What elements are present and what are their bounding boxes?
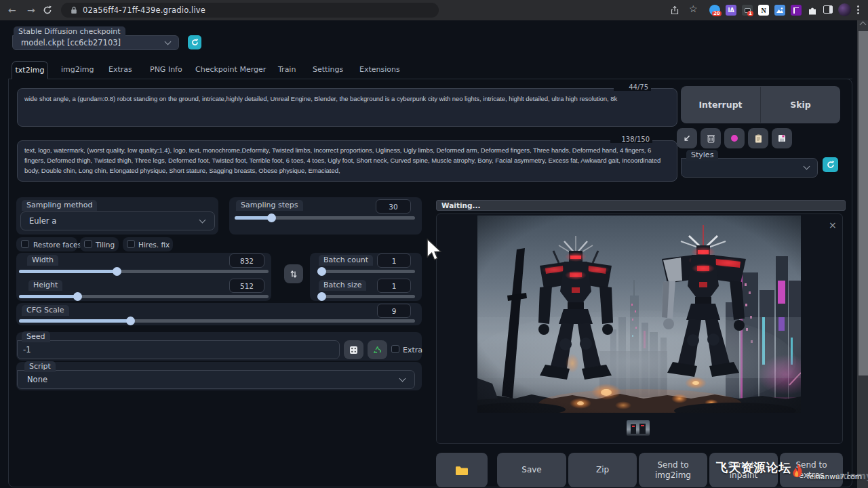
ext-notion-icon[interactable]: N: [758, 5, 769, 16]
url-text: 02a56ff4-71ff-439e.gradio.live: [83, 5, 205, 15]
tab-checkpoint-merger[interactable]: Checkpoint Merger: [195, 65, 266, 74]
interrupt-skip-group: Interrupt Skip: [681, 86, 840, 123]
sampling-method-dropdown[interactable]: Euler a: [20, 211, 215, 230]
seed-value: -1: [23, 345, 31, 354]
reuse-seed-button[interactable]: [368, 340, 387, 359]
trash-icon: [707, 134, 715, 143]
extra-seed-checkbox[interactable]: [391, 345, 399, 353]
dice-icon: [349, 346, 358, 354]
seed-label: Seed: [22, 331, 50, 342]
zip-button[interactable]: Zip: [568, 453, 637, 487]
save-button[interactable]: Save: [497, 453, 566, 487]
checkpoint-value: model.ckpt [cc6cb27103]: [21, 38, 121, 47]
generated-image[interactable]: [477, 216, 801, 413]
save-style-button[interactable]: [772, 128, 792, 148]
tab-train[interactable]: Train: [278, 65, 296, 74]
ext-puzzle-icon[interactable]: [807, 5, 818, 16]
lock-icon: [71, 6, 77, 14]
sampling-steps-slider-thumb[interactable]: [267, 214, 276, 222]
open-folder-button[interactable]: [436, 453, 488, 487]
seed-input[interactable]: -1: [17, 340, 340, 359]
batch-count-value[interactable]: 1: [377, 253, 411, 268]
progress-status-text: Waiting...: [441, 201, 480, 209]
clear-prompt-button[interactable]: [701, 128, 721, 148]
screen: ← → 02a56ff4-71ff-439e.gradio.live ☆ 20 …: [0, 0, 868, 488]
batch-size-value[interactable]: 1: [377, 279, 411, 293]
sampling-steps-value[interactable]: 30: [376, 199, 411, 214]
gallery-thumbnail[interactable]: [627, 420, 650, 436]
address-bar[interactable]: 02a56ff4-71ff-439e.gradio.live: [61, 3, 439, 18]
sampling-steps-label: Sampling steps: [236, 200, 303, 211]
batch-count-slider-thumb[interactable]: [317, 267, 326, 276]
restore-faces-checkbox[interactable]: [21, 240, 29, 248]
styles-label: Styles: [686, 150, 718, 161]
profile-avatar[interactable]: [838, 3, 851, 16]
batch-size-slider-thumb[interactable]: [317, 292, 326, 301]
ext-pin-badge: 20: [712, 11, 722, 16]
tab-png-info[interactable]: PNG Info: [150, 65, 182, 74]
send-to-img2img-button[interactable]: Send to img2img: [639, 453, 707, 487]
width-label: Width: [27, 255, 58, 266]
apply-style-button[interactable]: [748, 128, 768, 148]
forward-icon[interactable]: →: [27, 5, 35, 16]
close-gallery-icon[interactable]: ×: [829, 220, 837, 230]
floppy-icon: [778, 134, 786, 142]
ext-onenote-icon[interactable]: [791, 5, 802, 16]
back-icon[interactable]: ←: [8, 5, 16, 16]
scrollbar-thumb[interactable]: [859, 31, 868, 375]
checkpoint-dropdown[interactable]: model.ckpt [cc6cb27103]: [12, 35, 179, 50]
extra-networks-button[interactable]: [724, 128, 745, 148]
refresh-icon: [827, 161, 835, 169]
script-value: None: [27, 375, 47, 384]
restore-faces-label: Restore faces: [33, 241, 81, 249]
sampling-method-label: Sampling method: [22, 200, 97, 211]
script-dropdown[interactable]: None: [17, 370, 415, 389]
sidebar-toggle-icon[interactable]: [823, 5, 833, 14]
paste-params-button[interactable]: [677, 128, 697, 148]
styles-dropdown[interactable]: [681, 158, 818, 178]
swap-dimensions-button[interactable]: [284, 264, 303, 283]
width-value[interactable]: 832: [229, 253, 264, 268]
height-slider-thumb[interactable]: [73, 292, 82, 301]
negative-prompt-input[interactable]: text, logo, watermark, (worst quality, l…: [17, 140, 677, 182]
reload-icon[interactable]: [43, 5, 52, 15]
share-icon[interactable]: [670, 5, 679, 15]
tab-img2img[interactable]: img2img: [61, 65, 94, 74]
hires-fix-checkbox[interactable]: [127, 240, 135, 248]
styles-refresh-button[interactable]: [823, 157, 838, 172]
checkpoint-label: Stable Diffusion checkpoint: [14, 26, 125, 37]
menu-dots-icon[interactable]: [857, 5, 859, 14]
progress-bar: Waiting...: [436, 200, 846, 211]
tab-settings[interactable]: Settings: [313, 65, 343, 74]
swap-arrows-icon: [290, 270, 298, 279]
negative-prompt-counter: 138/150: [610, 136, 652, 143]
width-slider-thumb[interactable]: [113, 267, 121, 276]
tab-extras[interactable]: Extras: [108, 65, 132, 74]
ext-photos-icon[interactable]: [774, 5, 785, 16]
ext-ia-icon[interactable]: IA: [726, 5, 736, 16]
cfg-value[interactable]: 9: [377, 304, 411, 318]
recycle-icon: [373, 346, 382, 354]
sampling-method-value: Euler a: [29, 216, 56, 226]
arrow-down-left-icon: [683, 134, 691, 142]
script-label: Script: [24, 361, 56, 372]
tiling-checkbox[interactable]: [84, 240, 92, 248]
checkpoint-refresh-button[interactable]: [188, 35, 201, 49]
watermark-brand-text: udemy: [836, 470, 868, 481]
height-value[interactable]: 512: [229, 279, 264, 293]
tab-extensions[interactable]: Extensions: [359, 65, 400, 74]
cfg-slider-thumb[interactable]: [126, 317, 135, 325]
interrupt-button[interactable]: Interrupt: [681, 100, 760, 110]
batch-size-slider[interactable]: [317, 295, 415, 298]
tab-txt2img[interactable]: txt2img: [12, 61, 48, 79]
skip-button[interactable]: Skip: [761, 100, 840, 110]
bookmark-star-icon[interactable]: ☆: [689, 3, 698, 14]
mouse-cursor: [426, 239, 442, 262]
hires-fix-label: Hires. fix: [138, 241, 170, 249]
prompt-input[interactable]: wide shot angle, a (gundam:0.8) robot st…: [17, 88, 677, 127]
ext-screenshot-badge: 1: [747, 11, 753, 16]
cfg-label: CFG Scale: [22, 305, 69, 316]
random-seed-button[interactable]: [344, 340, 363, 359]
batch-count-slider[interactable]: [317, 270, 415, 273]
batch-size-label: Batch size: [319, 280, 366, 291]
